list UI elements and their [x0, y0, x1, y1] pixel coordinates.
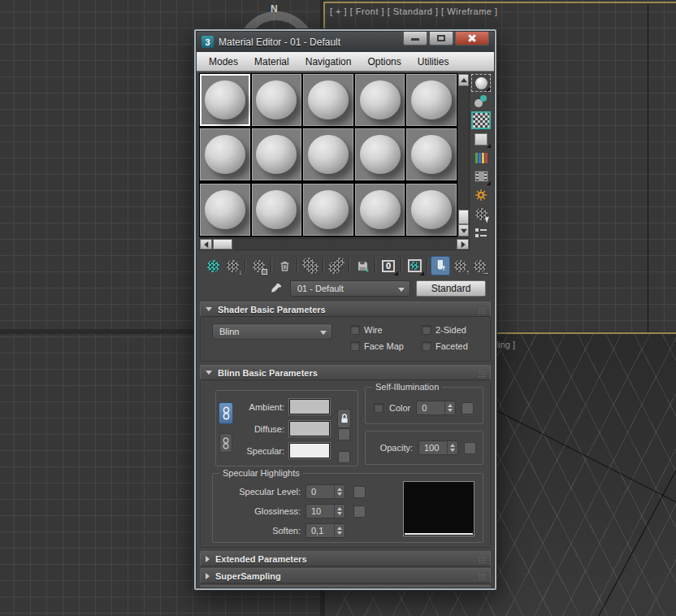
material-sample-slot[interactable] [303, 128, 353, 180]
slots-vertical-scrollbar[interactable] [457, 73, 470, 237]
material-sample-slot[interactable] [303, 74, 353, 126]
ambient-color-swatch[interactable] [289, 399, 330, 414]
go-forward-to-sibling-icon[interactable]: → [470, 256, 489, 275]
diffuse-color-swatch[interactable] [289, 421, 330, 436]
checkbox-2-sided[interactable]: 2-Sided [422, 325, 493, 335]
material-sample-slot[interactable] [355, 184, 405, 236]
make-preview-icon[interactable] [471, 167, 491, 185]
viewport-label-front[interactable]: [ + ] [ Front ] [ Standard ] [ Wireframe… [330, 7, 498, 16]
rollout-header[interactable]: Shader Basic Parameters [200, 301, 491, 317]
video-color-check-icon[interactable] [471, 149, 491, 167]
checkbox-faceted[interactable]: Faceted [422, 341, 493, 351]
scroll-right-button[interactable] [457, 239, 469, 249]
material-sample-slot[interactable] [200, 128, 250, 180]
spinner-arrows-icon[interactable] [334, 505, 344, 518]
soften-spinner[interactable]: 0,1 [306, 523, 345, 538]
checkbox-icon [350, 341, 360, 351]
minimize-button[interactable] [403, 32, 427, 46]
glossiness-map-button[interactable] [353, 505, 366, 518]
lock-icon[interactable] [337, 409, 351, 428]
menu-options[interactable]: Options [360, 54, 408, 69]
put-material-to-scene-icon[interactable]: ↓ [223, 256, 242, 275]
scroll-thumb[interactable] [458, 210, 469, 224]
material-type-button[interactable]: Standard [416, 280, 486, 297]
scroll-thumb[interactable] [213, 239, 232, 249]
spinner-arrows-icon[interactable] [447, 441, 457, 454]
specular-map-button[interactable] [338, 451, 350, 463]
sample-uv-tiling-icon[interactable] [471, 130, 491, 148]
titlebar[interactable]: 3 Material Editor - 01 - Default [197, 32, 494, 52]
put-to-library-icon[interactable] [353, 256, 372, 275]
specular-level-spinner[interactable]: 0 [306, 484, 345, 499]
go-to-parent-icon[interactable]: ↑ [450, 256, 470, 275]
material-sample-slot[interactable] [355, 74, 405, 126]
rollout-grip-icon[interactable] [479, 557, 486, 563]
checkbox-face-map[interactable]: Face Map [350, 341, 422, 351]
self-illumination-color-checkbox[interactable] [374, 403, 384, 413]
opacity-spinner[interactable]: 100 [418, 440, 458, 455]
reset-map-mtl-icon[interactable] [275, 256, 294, 275]
rollout-grip-icon[interactable] [479, 307, 486, 314]
opacity-map-button[interactable] [464, 442, 476, 454]
material-sample-slot[interactable] [252, 184, 302, 236]
material-sample-slot[interactable] [252, 128, 302, 180]
scroll-track[interactable] [458, 86, 469, 210]
material-sample-slot[interactable] [406, 128, 457, 180]
menu-material[interactable]: Material [247, 54, 297, 69]
material-sample-slot[interactable] [200, 74, 250, 126]
select-by-material-icon[interactable] [471, 205, 491, 223]
checkbox-wire[interactable]: Wire [350, 325, 422, 335]
rollout-grip-icon[interactable] [479, 574, 486, 580]
self-illumination-spinner[interactable]: 0 [416, 401, 456, 415]
shader-type-dropdown[interactable]: Blinn [212, 323, 332, 340]
get-material-icon[interactable] [203, 256, 223, 275]
assign-material-to-selection-icon[interactable] [249, 256, 268, 275]
lock-diffuse-specular-button[interactable] [219, 433, 232, 453]
specular-level-map-button[interactable] [353, 486, 366, 498]
make-material-copy-icon[interactable] [301, 256, 320, 275]
ambient-label: Ambient: [237, 402, 284, 412]
rollout-header[interactable]: Extended Parameters [200, 551, 491, 566]
specular-color-swatch[interactable] [289, 443, 330, 458]
slots-horizontal-scrollbar[interactable] [199, 238, 470, 250]
diffuse-map-button[interactable] [338, 428, 350, 440]
rollout-grip-icon[interactable] [479, 371, 486, 377]
show-shaded-material-in-viewport-icon[interactable] [405, 256, 424, 275]
rollout-header[interactable]: Blinn Basic Parameters [200, 365, 491, 380]
menu-utilities[interactable]: Utilities [410, 54, 457, 69]
scroll-down-button[interactable] [458, 224, 469, 236]
scroll-left-button[interactable] [200, 239, 212, 249]
rollout-header[interactable]: SuperSampling [200, 568, 491, 583]
glossiness-spinner[interactable]: 10 [306, 504, 345, 518]
spinner-arrows-icon[interactable] [334, 485, 344, 498]
rollout-header[interactable]: Maps [200, 585, 491, 588]
scroll-up-button[interactable] [458, 74, 469, 86]
material-sample-slot[interactable] [252, 74, 302, 126]
self-illumination-map-button[interactable] [462, 402, 474, 414]
material-sample-slot[interactable] [406, 184, 457, 236]
material-id-channel-icon[interactable]: 0 [379, 256, 398, 275]
sample-type-icon[interactable] [471, 74, 491, 92]
show-end-result-icon[interactable] [431, 256, 450, 275]
menu-navigation[interactable]: Navigation [298, 54, 359, 69]
material-sample-slot[interactable] [406, 74, 457, 126]
background-icon[interactable] [471, 111, 491, 129]
spinner-arrows-icon[interactable] [444, 401, 455, 414]
material-name-dropdown[interactable]: 01 - Default [290, 280, 410, 297]
close-button[interactable] [455, 32, 489, 46]
material-sample-slot[interactable] [200, 184, 250, 236]
lock-ambient-diffuse-button[interactable] [219, 402, 233, 424]
backlight-icon[interactable] [471, 93, 491, 111]
maximize-button[interactable] [429, 32, 453, 46]
scroll-track[interactable] [232, 239, 457, 249]
make-unique-icon[interactable] [327, 256, 346, 275]
shader-type-value: Blinn [219, 327, 239, 336]
spinner-arrows-icon[interactable] [334, 524, 344, 537]
sample-sphere [205, 80, 245, 119]
menu-modes[interactable]: Modes [202, 54, 245, 69]
eyedropper-icon[interactable] [268, 280, 284, 297]
material-sample-slot[interactable] [355, 128, 405, 180]
material-sample-slot[interactable] [303, 184, 353, 236]
material-map-navigator-icon[interactable] [471, 223, 491, 241]
options-icon[interactable] [471, 186, 491, 204]
